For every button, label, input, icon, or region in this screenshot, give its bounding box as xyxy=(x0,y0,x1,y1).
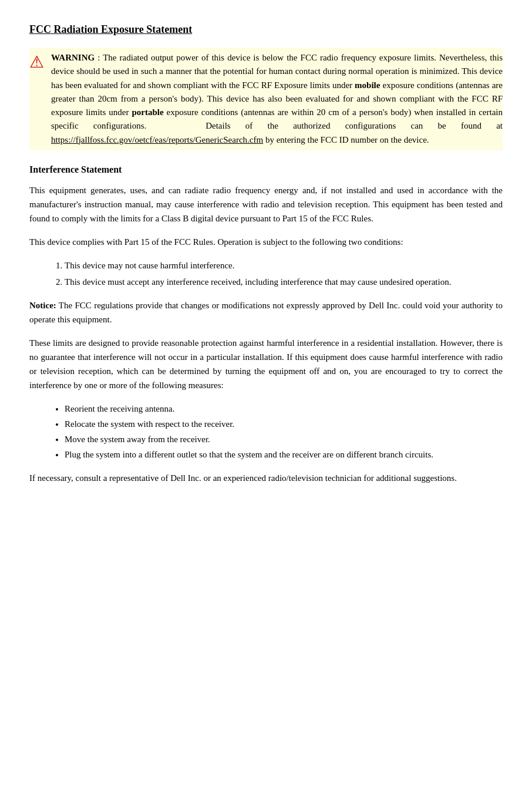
bold-mobile: mobile xyxy=(355,80,380,90)
measure-item-4: Plug the system into a different outlet … xyxy=(65,447,503,462)
interference-paragraph-1: This equipment generates, uses, and can … xyxy=(29,183,503,225)
notice-text: The FCC regulations provide that changes… xyxy=(29,301,503,324)
interference-paragraph-3: These limits are designed to provide rea… xyxy=(29,336,503,392)
measure-item-1: Reorient the receiving antenna. xyxy=(65,402,503,416)
warning-text: WARNING : The radiated output power of t… xyxy=(51,51,503,147)
interference-section-title: Interference Statement xyxy=(29,164,503,175)
bold-portable: portable xyxy=(132,107,163,117)
notice-label: Notice: xyxy=(29,301,56,310)
condition-item-1: This device may not cause harmful interf… xyxy=(65,258,503,272)
measures-list: Reorient the receiving antenna. Relocate… xyxy=(65,402,503,462)
page-title: FCC Radiation Exposure Statement xyxy=(29,23,503,36)
warning-block: ⚠ WARNING : The radiated output power of… xyxy=(29,48,503,150)
warning-label: WARNING xyxy=(51,53,97,62)
measure-item-3: Move the system away from the receiver. xyxy=(65,432,503,446)
notice-paragraph: Notice: The FCC regulations provide that… xyxy=(29,298,503,326)
condition-item-2: This device must accept any interference… xyxy=(65,275,503,289)
interference-paragraph-2: This device complies with Part 15 of the… xyxy=(29,235,503,249)
warning-icon: ⚠ xyxy=(29,52,44,72)
interference-paragraph-4: If necessary, consult a representative o… xyxy=(29,471,503,485)
measure-item-2: Relocate the system with respect to the … xyxy=(65,417,503,431)
warning-body: : The radiated output power of this devi… xyxy=(51,53,503,144)
fcc-link[interactable]: https://fjallfoss.fcc.gov/oetcf/eas/repo… xyxy=(51,135,263,144)
conditions-list: This device may not cause harmful interf… xyxy=(65,258,503,289)
